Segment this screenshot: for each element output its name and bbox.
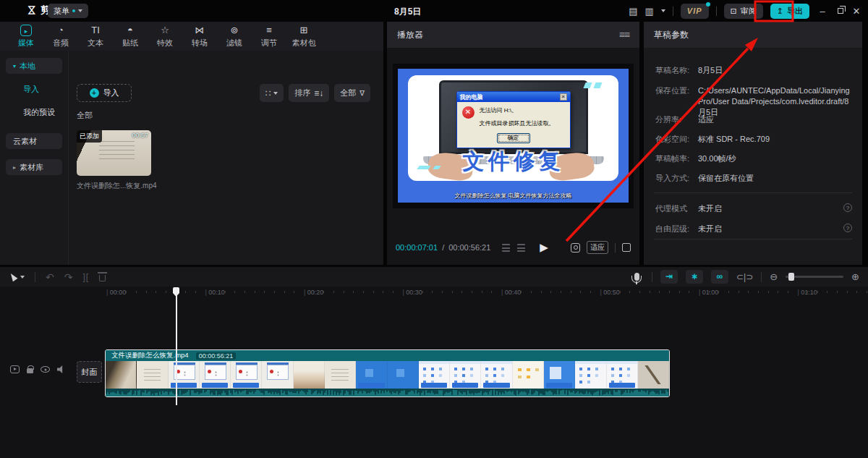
sidebar-item-local[interactable]: ▾ 本地 xyxy=(6,58,62,74)
param-value: 保留在原有位置 xyxy=(698,173,754,184)
ruler-tick xyxy=(679,291,680,293)
sidebar-item-material-library[interactable]: ▸ 素材库 xyxy=(6,159,62,175)
zoom-slider-handle[interactable] xyxy=(788,273,794,281)
record-voiceover-icon[interactable] xyxy=(634,273,639,281)
help-icon[interactable] xyxy=(843,224,852,232)
zoom-out-icon[interactable]: ⊖ xyxy=(770,271,778,282)
media-icon: ▸ xyxy=(20,25,32,36)
delete-icon[interactable] xyxy=(99,275,106,281)
help-icon[interactable] xyxy=(843,203,852,212)
filmstrip-frame-explorer xyxy=(607,361,638,389)
ruler-tick xyxy=(344,291,344,293)
redo-icon[interactable]: ↷ xyxy=(64,271,73,283)
expand-arrow-icon: ▾ xyxy=(13,63,16,69)
draft-params-header: 草稿参数 xyxy=(644,22,862,48)
auto-snap-icon[interactable]: ∗ xyxy=(686,270,703,284)
grid-view-button[interactable]: ∷ xyxy=(260,84,284,102)
timeline-zoom-slider[interactable] xyxy=(786,276,843,278)
vip-button[interactable]: VIP xyxy=(681,4,709,19)
filter-button[interactable]: 全部 ∇ xyxy=(334,84,370,102)
tab-effects[interactable]: ☆ 特效 xyxy=(148,22,182,51)
link-clips-icon[interactable]: ∞ xyxy=(711,270,728,284)
lock-track-icon[interactable] xyxy=(27,368,33,373)
sidebar-item-import[interactable]: 导入 xyxy=(6,81,62,97)
error-line-1: 无法访问 H:\。 xyxy=(480,106,555,115)
fit-button[interactable]: 适应 xyxy=(587,241,608,254)
split-clip-icon[interactable]: ][ xyxy=(82,272,89,282)
ruler-tick xyxy=(244,291,245,293)
media-clip-thumbnail[interactable]: 已添加 00:57 xyxy=(77,130,151,176)
window-restore-button[interactable] xyxy=(838,8,843,14)
tab-material-pack[interactable]: ⊞ 素材包 xyxy=(286,22,321,51)
quote-deco xyxy=(583,82,592,88)
toggle-visibility-icon[interactable] xyxy=(41,366,50,373)
ruler-tick xyxy=(639,291,640,293)
undo-icon[interactable]: ↶ xyxy=(46,271,54,283)
added-badge: 已添加 xyxy=(77,130,102,143)
video-card-graphic: 我的电脑 × ✕ 无法访问 H:\。 文件或目录损坏且无法读取。 确定 文件 xyxy=(408,75,618,181)
timecode-separator: / xyxy=(442,243,444,252)
material-pack-icon: ⊞ xyxy=(300,25,308,36)
export-button[interactable]: ↥ 导出 xyxy=(770,4,809,19)
layout-chevron-icon[interactable] xyxy=(661,9,665,12)
ruler-tick xyxy=(718,291,719,293)
player-extra-icon-1[interactable] xyxy=(502,244,510,252)
picture-quality-icon[interactable] xyxy=(571,243,580,253)
timeline-ruler[interactable]: 00:0000:1000:2000:3000:4000:5001:0001:10 xyxy=(0,287,868,300)
window-minimize-button[interactable]: – xyxy=(817,6,828,17)
divider xyxy=(654,192,852,193)
adjust-icon: ≡ xyxy=(266,25,272,36)
main-track-magnet-icon[interactable]: ⇥ xyxy=(660,270,678,284)
caption-chip xyxy=(452,383,478,388)
cover-button[interactable]: 封面 xyxy=(77,361,102,383)
filmstrip-frame-wood xyxy=(106,361,137,389)
import-media-button[interactable]: + 导入 xyxy=(77,84,132,102)
clip-audio-waveform xyxy=(106,389,669,397)
sidebar-item-cloud-material[interactable]: 云素材 xyxy=(6,133,62,149)
mute-track-icon[interactable] xyxy=(57,365,65,373)
player-extra-icon-2[interactable] xyxy=(517,244,525,252)
ruler-tick xyxy=(383,291,383,293)
ruler-tick xyxy=(768,291,769,293)
current-timecode: 00:00:07:01 xyxy=(396,243,438,252)
filmstrip-frame-explorer xyxy=(575,361,606,389)
ruler-tick xyxy=(531,291,532,293)
tab-text[interactable]: TI 文本 xyxy=(78,22,113,51)
ruler-tick xyxy=(156,291,156,293)
tab-filters[interactable]: ⊚ 滤镜 xyxy=(217,22,252,51)
tab-transitions[interactable]: ⋈ 转场 xyxy=(182,22,217,51)
param-value: 标准 SDR - Rec.709 xyxy=(698,134,770,145)
tab-sticker[interactable]: ◓ 贴纸 xyxy=(113,22,148,51)
ruler-tick xyxy=(807,291,808,293)
fullscreen-icon[interactable] xyxy=(622,243,631,252)
tab-label: 音频 xyxy=(53,38,69,48)
preview-axis-icon[interactable]: ⊂|⊃ xyxy=(736,272,753,282)
tab-media[interactable]: ▸ 媒体 xyxy=(9,22,43,51)
media-library-panel: ▸ 媒体 ◔ 音频 TI 文本 ◓ 贴纸 ☆ 特效 ⋈ 转场 xyxy=(0,22,383,265)
sidebar-item-my-presets[interactable]: 我的预设 xyxy=(6,104,62,120)
param-row-color-space: 色彩空间: 标准 SDR - Rec.709 xyxy=(655,134,852,145)
tab-label: 调节 xyxy=(261,38,277,48)
review-button[interactable]: ⊡ 审阅 xyxy=(724,4,763,19)
window-close-button[interactable]: ✕ xyxy=(851,6,862,17)
sort-button[interactable]: 排序 ≡↓ xyxy=(289,84,329,102)
zoom-in-icon[interactable]: ⊕ xyxy=(851,271,859,282)
play-button[interactable]: ▶ xyxy=(540,241,548,254)
ruler-tick xyxy=(225,291,226,293)
menu-button[interactable]: 菜单 xyxy=(48,4,88,18)
ruler-tick xyxy=(442,291,443,293)
layout-single-icon[interactable]: ▤ xyxy=(629,7,637,16)
export-icon: ↥ xyxy=(777,7,783,16)
clip-duration: 00:57 xyxy=(132,132,148,139)
layout-multi-icon[interactable]: ▥ xyxy=(645,7,654,16)
ruler-tick xyxy=(373,291,374,293)
caption-chip xyxy=(546,383,572,388)
media-source-sidebar: ▾ 本地 导入 我的预设 云素材 ▸ 素材库 xyxy=(0,51,69,265)
ruler-tick xyxy=(353,291,354,293)
tab-adjust[interactable]: ≡ 调节 xyxy=(252,22,286,51)
player-menu-icon[interactable]: ≡≡ xyxy=(619,29,629,41)
collapse-arrow-icon: ▸ xyxy=(13,164,16,171)
timeline-video-clip[interactable]: 文件误删除怎么恢复.mp4 00:00:56:21 xyxy=(105,349,670,397)
select-tool-button[interactable] xyxy=(10,273,25,281)
tab-audio[interactable]: ◔ 音频 xyxy=(43,22,78,51)
